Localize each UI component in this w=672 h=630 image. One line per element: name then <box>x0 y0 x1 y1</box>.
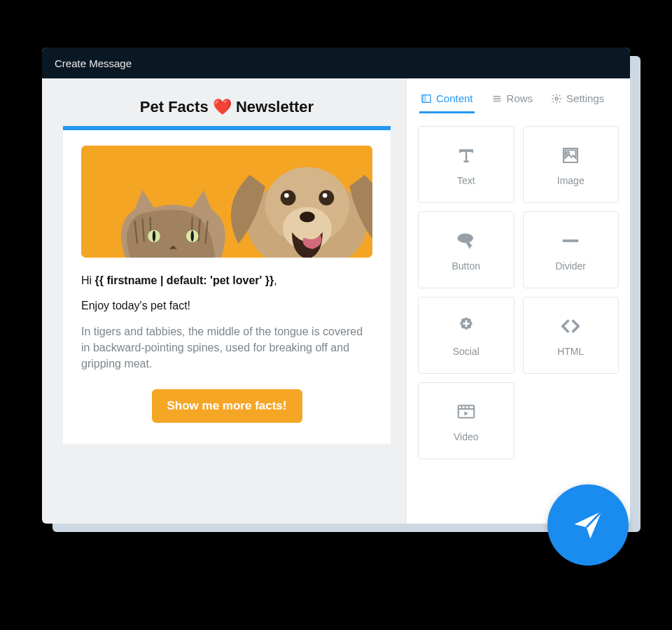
divider-icon <box>558 228 583 253</box>
button-icon <box>454 228 479 253</box>
greeting-hi: Hi <box>81 274 95 286</box>
video-icon <box>454 399 479 424</box>
svg-rect-21 <box>458 405 475 418</box>
block-text[interactable]: Text <box>418 126 514 203</box>
social-icon <box>454 314 479 339</box>
app-window: Create Message Pet Facts ❤️ Newsletter <box>42 48 630 524</box>
block-social[interactable]: Social <box>418 297 514 374</box>
cta-wrap: Show me more facts! <box>81 389 372 423</box>
sidebar-tabs: Content Rows Settings <box>418 85 619 113</box>
tab-content[interactable]: Content <box>419 90 475 113</box>
newsletter-title: Pet Facts ❤️ Newsletter <box>63 90 391 126</box>
svg-point-3 <box>153 231 155 241</box>
fact-paragraph[interactable]: In tigers and tabbies, the middle of the… <box>81 323 372 372</box>
app-body: Pet Facts ❤️ Newsletter <box>42 78 630 524</box>
sidebar: Content Rows Settings Text <box>406 78 630 524</box>
svg-rect-14 <box>422 94 426 102</box>
greeting-comma: , <box>274 274 276 286</box>
gear-icon <box>551 93 562 104</box>
content-blocks-grid: Text Image Button <box>418 126 619 459</box>
pets-illustration <box>81 146 372 258</box>
block-image-label: Image <box>557 175 584 186</box>
image-icon <box>558 143 583 168</box>
heart-icon: ❤️ <box>213 98 232 115</box>
greeting-variable: {{ firstname | default: 'pet lover' }} <box>95 274 274 286</box>
block-text-label: Text <box>457 175 475 186</box>
intro-line[interactable]: Enjoy today's pet fact! <box>81 300 372 312</box>
block-divider-label: Divider <box>555 260 586 272</box>
html-icon <box>558 314 583 339</box>
cta-button[interactable]: Show me more facts! <box>152 389 302 423</box>
block-html[interactable]: HTML <box>523 297 620 374</box>
svg-point-9 <box>318 190 334 206</box>
window-title: Create Message <box>55 57 132 69</box>
svg-point-8 <box>284 193 289 198</box>
tab-settings-label: Settings <box>566 92 604 104</box>
svg-point-10 <box>323 193 328 198</box>
block-social-label: Social <box>453 346 479 357</box>
svg-point-18 <box>555 97 558 100</box>
block-button[interactable]: Button <box>418 211 514 288</box>
hero-image[interactable] <box>81 146 372 258</box>
block-image[interactable]: Image <box>523 126 620 203</box>
svg-point-19 <box>457 233 473 243</box>
rows-icon <box>491 93 503 104</box>
text-icon <box>454 143 479 168</box>
block-video[interactable]: Video <box>418 382 514 459</box>
title-suffix: Newsletter <box>236 98 314 115</box>
title-prefix: Pet Facts <box>140 98 209 115</box>
send-fab[interactable] <box>547 484 629 566</box>
titlebar: Create Message <box>42 48 630 78</box>
tab-settings[interactable]: Settings <box>550 90 606 113</box>
block-divider[interactable]: Divider <box>523 211 620 288</box>
tab-content-label: Content <box>436 92 473 104</box>
email-canvas[interactable]: Hi {{ firstname | default: 'pet lover' }… <box>63 126 391 444</box>
block-video-label: Video <box>454 431 479 442</box>
svg-point-4 <box>191 231 194 241</box>
paper-plane-icon <box>570 507 606 543</box>
block-html-label: HTML <box>557 346 584 357</box>
preview-pane: Pet Facts ❤️ Newsletter <box>42 78 406 524</box>
tab-rows-label: Rows <box>507 92 533 104</box>
block-button-label: Button <box>452 260 480 272</box>
svg-point-7 <box>281 190 296 206</box>
content-icon <box>421 93 432 104</box>
svg-point-12 <box>300 211 315 222</box>
greeting-line[interactable]: Hi {{ firstname | default: 'pet lover' }… <box>81 274 372 287</box>
tab-rows[interactable]: Rows <box>490 90 535 113</box>
